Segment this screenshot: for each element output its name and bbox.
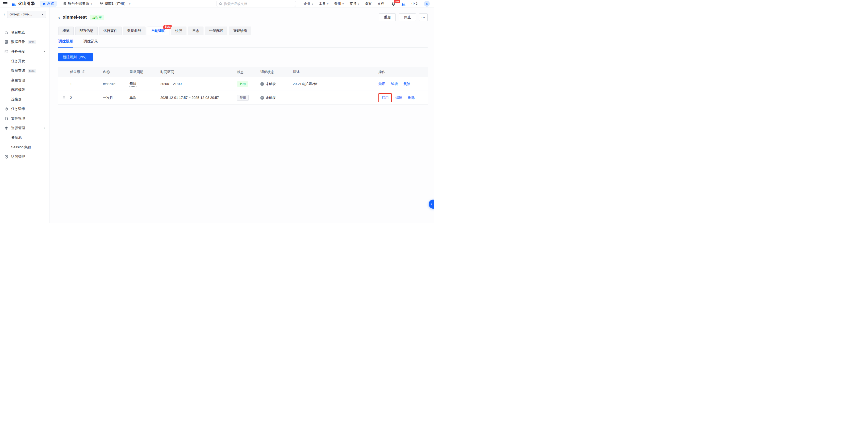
tab-config-info[interactable]: 配置信息 bbox=[75, 27, 98, 35]
code-icon bbox=[4, 50, 8, 54]
action-enable-link[interactable]: 启用 bbox=[382, 95, 389, 100]
more-actions-button[interactable]: ⋯ bbox=[419, 13, 428, 21]
sidebar-group-resource-management[interactable]: 资源管理 ∧ bbox=[0, 123, 49, 133]
header-time-range: 时间区间 bbox=[160, 70, 237, 74]
volcengine-logo-icon bbox=[11, 1, 17, 6]
main-content: ‹ xinmei-test 运行中 重启 停止 ⋯ 概览 配置信息 运行事件 数… bbox=[50, 7, 434, 223]
tab-logs[interactable]: 日志 bbox=[188, 27, 204, 35]
sidebar-item-resource-pool[interactable]: 资源池 bbox=[0, 133, 49, 142]
cell-time-range: 2025-12-01 17:57 ~ 2025-12-03 20:57 bbox=[160, 96, 237, 100]
header-tuning-status: 调优状态 bbox=[260, 70, 293, 74]
chevron-down-icon: ∨ bbox=[129, 2, 131, 5]
restart-button[interactable]: 重启 bbox=[379, 13, 396, 21]
topnav-menu-tools[interactable]: 工具 ∨ bbox=[319, 1, 329, 6]
sidebar-item-file-management[interactable]: 文件管理 bbox=[0, 114, 49, 123]
stop-button[interactable]: 停止 bbox=[399, 13, 416, 21]
project-selector-row: ‹ cwz-gz（cwz-... ▼ bbox=[0, 10, 49, 21]
cell-status: 启用 bbox=[237, 81, 260, 87]
overview-nav-button[interactable]: 总览 bbox=[40, 1, 57, 7]
subtab-tuning-records[interactable]: 调优记录 bbox=[83, 39, 98, 47]
sidebar-item-task-dev[interactable]: 任务开发 bbox=[0, 56, 49, 66]
tab-alarm-config[interactable]: 告警配置 bbox=[205, 27, 227, 35]
cell-actions: 禁用 编辑 删除 bbox=[378, 82, 428, 86]
cell-description: - bbox=[293, 96, 378, 100]
table-header-row: 优先级 ⓘ 名称 重复周期 时间区间 状态 调优状态 描述 操作 bbox=[58, 67, 428, 77]
annotation-highlight-box: 启用 bbox=[378, 93, 392, 102]
cell-priority: 1 bbox=[70, 82, 103, 86]
topnav-menu-enterprise[interactable]: 企业 ∨ bbox=[304, 1, 313, 6]
sidebar-item-session-cluster[interactable]: Session 集群 bbox=[0, 142, 49, 152]
tab-overview[interactable]: 概览 bbox=[58, 27, 74, 35]
sidebar-item-variable-management[interactable]: 变量管理 bbox=[0, 75, 49, 85]
search-icon bbox=[219, 2, 222, 6]
account-scope-label: 账号全部资源 bbox=[68, 1, 89, 6]
cell-tuning-status: 未触发 bbox=[260, 95, 293, 100]
cell-description: 20-21点扩容2倍 bbox=[293, 82, 378, 86]
chevron-down-icon: ∨ bbox=[90, 2, 92, 5]
create-rule-button[interactable]: 新建规则（2/5） bbox=[58, 53, 93, 61]
sidebar-item-task-ops[interactable]: 任务运维 bbox=[0, 104, 49, 114]
status-badge-enabled: 启用 bbox=[237, 81, 248, 87]
sidebar-item-data-query[interactable]: 数据查询 Beta bbox=[0, 66, 49, 75]
topnav-menu-docs[interactable]: 文档 bbox=[377, 1, 384, 6]
tab-snapshot[interactable]: 快照 bbox=[171, 27, 186, 35]
notifications-button[interactable]: 99+ bbox=[392, 2, 396, 6]
user-avatar[interactable]: c bbox=[424, 1, 430, 7]
cell-rule-name: 一次性 bbox=[103, 95, 129, 100]
info-icon[interactable]: ⓘ bbox=[82, 70, 85, 74]
stack-icon bbox=[4, 126, 8, 130]
sidebar-item-data-catalog[interactable]: 数据目录 Beta bbox=[0, 37, 49, 47]
sidebar-item-project-overview[interactable]: 项目概览 bbox=[0, 28, 49, 37]
chevron-up-icon: ∧ bbox=[43, 51, 45, 53]
tab-auto-tuning[interactable]: 自动调优 Beta bbox=[147, 27, 169, 35]
topnav-menu-beian[interactable]: 备案 bbox=[365, 1, 372, 6]
page-header: ‹ xinmei-test 运行中 重启 停止 ⋯ bbox=[50, 7, 434, 21]
header-name: 名称 bbox=[103, 70, 129, 74]
drag-handle-icon[interactable] bbox=[63, 96, 65, 100]
search-input[interactable] bbox=[224, 2, 293, 6]
sidebar-item-connector[interactable]: 连接器 bbox=[0, 95, 49, 104]
action-delete-link[interactable]: 删除 bbox=[403, 82, 410, 86]
cell-time-range: 20:00 ~ 21:00 bbox=[160, 82, 237, 86]
chevron-down-icon: ∨ bbox=[358, 2, 359, 5]
select-caret-icon: ▼ bbox=[41, 13, 43, 16]
hamburger-menu-icon[interactable] bbox=[3, 2, 7, 5]
global-search[interactable] bbox=[216, 1, 296, 7]
topnav-menu-support[interactable]: 支持 ∨ bbox=[349, 1, 359, 6]
action-delete-link[interactable]: 删除 bbox=[408, 95, 415, 100]
sidebar-item-config-template[interactable]: 配置模版 bbox=[0, 85, 49, 95]
tab-smart-diagnosis[interactable]: 智能诊断 bbox=[229, 27, 251, 35]
action-disable-link[interactable]: 禁用 bbox=[378, 82, 385, 86]
action-edit-link[interactable]: 编辑 bbox=[391, 82, 398, 86]
sidebar: ‹ cwz-gz（cwz-... ▼ 项目概览 数据目录 Beta bbox=[0, 7, 50, 223]
account-scope-select[interactable]: 账号全部资源 ∨ bbox=[63, 1, 92, 6]
not-triggered-icon bbox=[260, 82, 264, 86]
cycle-tooltip-trigger[interactable]: 每日 bbox=[129, 81, 136, 87]
detail-tabs: 概览 配置信息 运行事件 数据曲线 自动调优 Beta 快照 日志 告警配置 智… bbox=[58, 27, 428, 35]
tab-run-events[interactable]: 运行事件 bbox=[99, 27, 122, 35]
sidebar-item-access-management[interactable]: 访问管理 bbox=[0, 152, 49, 162]
subtab-tuning-rules[interactable]: 调优规则 bbox=[58, 39, 73, 47]
action-edit-link[interactable]: 编辑 bbox=[396, 95, 402, 100]
brand-logo[interactable]: 火山引擎 bbox=[11, 1, 35, 6]
sidebar-menu: 项目概览 数据目录 Beta 任务开发 ∧ 任务开发 数据查询 bbox=[0, 21, 49, 162]
assistant-mountain-icon[interactable] bbox=[401, 2, 406, 6]
back-button[interactable]: ‹ bbox=[58, 15, 60, 20]
sidebar-group-task-dev[interactable]: 任务开发 ∧ bbox=[0, 47, 49, 56]
header-actions-col: 操作 bbox=[378, 70, 428, 74]
tab-data-curves[interactable]: 数据曲线 bbox=[123, 27, 146, 35]
topnav-menu-billing[interactable]: 费用 ∨ bbox=[334, 1, 344, 6]
drag-handle-icon[interactable] bbox=[63, 82, 65, 86]
beta-badge: Beta bbox=[28, 40, 36, 44]
shield-icon bbox=[4, 155, 8, 159]
tuning-rules-panel: 新建规则（2/5） 优先级 ⓘ 名称 重复周期 时间区间 状态 调优状态 描述 … bbox=[50, 47, 434, 105]
sidebar-back-button[interactable]: ‹ bbox=[4, 12, 5, 17]
project-select[interactable]: cwz-gz（cwz-... ▼ bbox=[7, 11, 46, 18]
brand-name: 火山引擎 bbox=[18, 1, 35, 6]
language-switch[interactable]: 中文 bbox=[411, 1, 418, 6]
cell-rule-name: test-rule bbox=[103, 82, 129, 86]
table-row: 2 一次性 单次 2025-12-01 17:57 ~ 2025-12-03 2… bbox=[58, 91, 428, 105]
region-select[interactable]: 华南1（广州） ∨ bbox=[100, 1, 131, 6]
tuning-subtabs: 调优规则 调优记录 bbox=[58, 35, 428, 47]
menu-label: 备案 bbox=[365, 1, 372, 6]
